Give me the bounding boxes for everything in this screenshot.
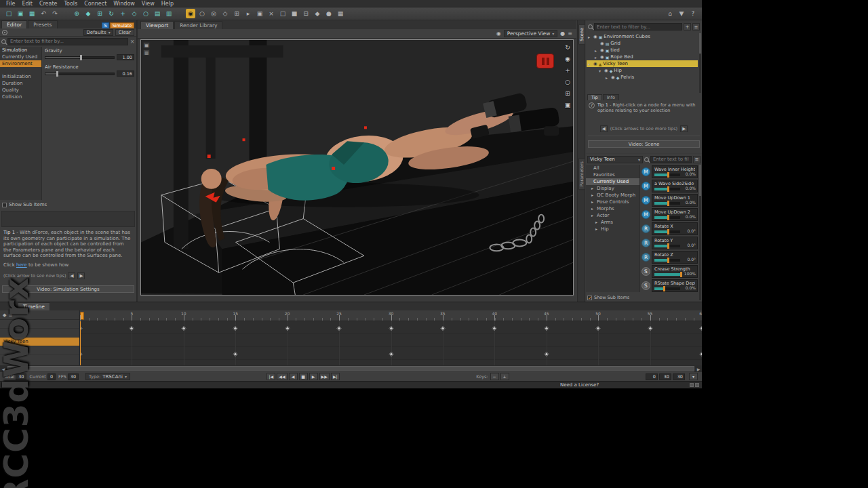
slider-track[interactable] [654,245,680,247]
tip-tab[interactable]: Info [603,94,619,100]
menu-item[interactable]: Connect [81,0,110,7]
viewport-tab[interactable]: Viewport [140,21,174,29]
slider-handle[interactable] [663,286,665,291]
expand-arrow-icon[interactable]: ▸ [591,199,595,205]
delete-icon[interactable]: × [267,9,276,18]
scroll-left-icon[interactable]: ◀ [0,367,7,371]
parameter-value[interactable]: 0.0° [687,228,696,233]
pane-tab[interactable]: Editor [1,20,27,28]
parameter-slider[interactable]: Rotate Z 0.0° [652,251,698,264]
slider-handle[interactable] [667,229,669,235]
expand-arrow-icon[interactable]: ▸ [591,185,595,192]
gear-icon[interactable] [2,30,7,35]
parameter-group-row[interactable]: All [586,165,639,171]
parameter-group-row[interactable]: ▸ Morphs [586,205,639,212]
slider-track[interactable] [654,216,680,219]
playhead-line[interactable] [80,321,81,365]
visibility-eye-icon[interactable]: ◉ [611,75,615,80]
keyframe-diamond[interactable] [181,326,186,331]
universal-tool-icon[interactable]: ⊞ [95,9,104,18]
slider-track[interactable] [654,259,680,262]
simulation-category[interactable]: Currently Used [0,54,41,60]
scene-node-row[interactable]: ▸ ◉ ▣ Rope Bed [587,54,698,60]
surface-select-icon[interactable]: ▤ [153,9,162,18]
pane-tab[interactable]: Presets [28,20,57,28]
scene-navigator-icon[interactable]: ⊕ [72,9,81,18]
parent-icon[interactable]: ▸ [243,9,253,18]
timeline-tab[interactable]: Timeline [18,302,50,310]
video-scene-button[interactable]: Video: Scene [588,140,700,148]
expand-arrow-icon[interactable]: ▸ [591,212,595,219]
simulation-category[interactable]: Simulation [0,47,41,54]
viewport-snap-toggle-icon[interactable]: ▥ [143,49,150,56]
show-sub-items-toggle[interactable]: ✓ Show Sub Items [587,295,629,300]
slider-track[interactable] [654,174,680,176]
frame-view-icon[interactable]: ⊞ [564,89,572,98]
pane-menu-icon[interactable]: ≡ [693,156,701,163]
property-slider[interactable] [45,73,115,75]
slider-handle[interactable] [80,55,82,60]
frame-icon[interactable]: ⊟ [301,9,311,18]
group-icon[interactable]: ⊞ [232,9,241,18]
create-light-icon[interactable]: ○ [197,9,207,18]
menu-item[interactable]: Create [36,0,61,7]
dolly-view-icon[interactable]: ○ [564,78,572,86]
simulation-category[interactable]: Duration [0,80,41,87]
menu-item[interactable]: File [3,0,18,7]
delete-key-button[interactable]: − [490,373,499,380]
parameter-slider-row[interactable]: M Move UpDown 2 0.0% [642,207,698,221]
simulation-category[interactable]: Initialization [0,73,41,80]
clear-button[interactable]: Clear [115,29,134,36]
expand-arrow-icon[interactable]: ▾ [588,62,592,66]
parameter-group-row[interactable]: ▸ Hip [586,226,639,232]
parameter-value[interactable]: 0.0° [687,243,696,247]
slider-track[interactable] [654,287,680,290]
scene-node-row[interactable]: ◉ ▤ Grid [587,40,698,47]
checkbox-checked-icon[interactable]: ✓ [587,296,592,300]
aim-icon[interactable]: ◆ [313,9,322,18]
parameter-value[interactable]: 0.0% [686,285,696,290]
pane-menu-icon[interactable]: ≡ [692,23,700,30]
parameter-slider-row[interactable]: R Rotate Z 0.0° [642,250,698,264]
add-key-button[interactable]: + [500,373,509,380]
create-null-icon[interactable]: ◇ [220,9,230,18]
viewport-grid-toggle-icon[interactable]: ▦ [143,42,150,48]
prev-tip-button[interactable]: ◀ [68,272,75,279]
property-slider[interactable] [45,56,115,59]
stop-button[interactable]: ■ [299,373,308,380]
parameters-filter-input[interactable] [650,156,692,163]
menu-item[interactable]: Help [158,0,177,7]
status-text[interactable]: Need a License? [560,382,599,388]
keyframe-diamond[interactable] [440,326,445,331]
scroll-right-icon[interactable]: ▶ [695,367,702,371]
keyframe-diamond[interactable] [130,326,134,331]
step-back-button[interactable]: ◀ [289,373,298,380]
slider-handle[interactable] [667,258,669,263]
create-camera-icon[interactable]: ◎ [209,9,218,18]
add-node-icon[interactable]: + [684,23,691,30]
play-button[interactable]: ▶ [309,373,318,380]
spot-render-icon[interactable]: ▥ [164,9,174,18]
slider-handle[interactable] [667,215,669,220]
range-value[interactable]: 30 [659,373,671,380]
keyframe-diamond[interactable] [389,326,393,331]
simulation-category[interactable]: Quality [0,87,41,94]
expand-arrow-icon[interactable]: ▸ [595,219,599,226]
expand-arrow-icon[interactable]: ▸ [595,48,599,53]
simulation-property-row[interactable]: Air Resistance 0.16 [45,64,134,81]
parameter-slider-row[interactable]: S RState Shape Depth 0.0% [642,279,698,292]
expand-arrow-icon[interactable]: ▸ [591,192,595,199]
menu-item[interactable]: Window [110,0,138,7]
scene-filter-input[interactable] [594,23,682,30]
scale-tool-icon[interactable]: ◇ [130,9,139,18]
render-icon[interactable]: ● [324,9,334,18]
parameter-group-row[interactable]: Currently Used [586,178,639,185]
rotate-tool-icon[interactable]: ↻ [106,9,116,18]
view-cube-icon[interactable]: ▣ [564,101,572,109]
hide-icon[interactable]: □ [278,9,288,18]
prev-key-button[interactable]: ◀◀ [277,373,287,380]
keyframe-diamond[interactable] [699,326,702,331]
slider-handle[interactable] [680,272,682,277]
scene-vertical-tab[interactable]: Scene [578,24,585,45]
slider-handle[interactable] [56,71,58,77]
